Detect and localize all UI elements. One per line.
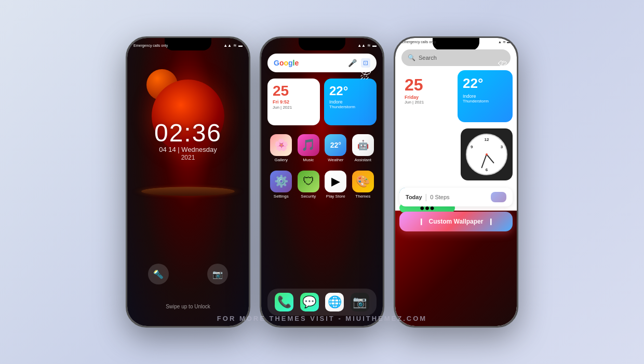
phone-icon: 📞 (275, 293, 293, 311)
assistant-label: Assistant (355, 158, 371, 162)
battery-icon: ▬ (238, 43, 243, 48)
app-grid: 🌸 Gallery 🎵 Music 22° Weather 🤖 (267, 134, 377, 207)
cal-month: Jun | 2021 (273, 105, 315, 110)
weather-widget: 22° ⛈ Indore Thunderstorm (324, 79, 377, 125)
weather-city: Indore (329, 99, 371, 105)
wallpaper-left-deco: ❙ (419, 218, 424, 225)
lock-date: 04 14 | Wednesday (127, 146, 249, 153)
phones-container: Emergency calls only ▲▲ ≋ ▬ 02:36 04 14 (126, 36, 518, 328)
p3-cal-day-name: Friday (405, 95, 419, 100)
p2-battery-icon: ▬ (372, 43, 377, 48)
wallpaper-label: Custom Wallpaper (429, 218, 484, 225)
dock-phone[interactable]: 📞 (275, 293, 293, 311)
clock-num-12: 12 (485, 137, 489, 142)
cal-day: Fri 9:52 (273, 99, 315, 105)
phone1-inner: Emergency calls only ▲▲ ≋ ▬ 02:36 04 14 (127, 38, 249, 326)
lock-time: 02:36 (127, 119, 249, 147)
music-label: Music (303, 158, 314, 162)
dock: 📞 💬 🌐 📷 (267, 289, 377, 316)
lock-icons-row: 🔦 📷 (127, 264, 249, 284)
p3-signal-icon: ▲ (498, 40, 502, 44)
search-icon: 🔍 (408, 54, 415, 61)
hour-hand (486, 154, 494, 163)
dock-chrome[interactable]: 🌐 (325, 293, 344, 311)
clock-num-3-pos: 3 (501, 144, 503, 149)
music-icon: 🎵 (298, 134, 319, 156)
wifi-icon: ≋ (233, 43, 237, 48)
camera-button[interactable]: 📷 (207, 264, 228, 284)
phone-widgetscreen: Emergency calls only ▲ ≋ ▬ 🔍 Search 25 (394, 36, 518, 328)
watermark: FOR MORE THEMES VISIT - MIUITHEMEZ.COM (217, 315, 427, 322)
app-music[interactable]: 🎵 Music (298, 134, 319, 162)
p3-cal-month: Jun | 2021 (405, 100, 449, 105)
wallpaper-right-deco: ❙ (488, 218, 493, 225)
search-bar[interactable]: 🔍 Search (401, 49, 511, 66)
center-dot (486, 153, 488, 155)
chrome-icon: 🌐 (325, 293, 344, 311)
p3-weather-temp: 22° (463, 75, 483, 92)
app-themes[interactable]: 🎨 Themes (352, 171, 374, 199)
flashlight-icon: 🔦 (153, 269, 164, 279)
sphere-disc (141, 187, 235, 196)
widget-row: 25 Fri 9:52 Jun | 2021 22° ⛈ Indore (267, 79, 377, 125)
phone1-status-bar: Emergency calls only ▲▲ ≋ ▬ (127, 40, 249, 50)
security-label: Security (301, 194, 316, 199)
calendar-widget: 25 Fri 9:52 Jun | 2021 (267, 79, 320, 125)
p3-cal-date: 25 (405, 75, 449, 95)
weather-app-icon: 22° (325, 134, 346, 156)
p3-wifi-icon: ≋ (503, 40, 506, 44)
security-icon: 🛡 (298, 171, 319, 192)
lock-year: 2021 (127, 154, 249, 161)
dock-camera[interactable]: 📷 (351, 293, 369, 311)
phone-lockscreen: Emergency calls only ▲▲ ≋ ▬ 02:36 04 14 (126, 36, 250, 328)
phone-homescreen: · ▲▲ ≋ ▬ Google 🎤 ⊡ (260, 36, 384, 328)
app-weather[interactable]: 22° Weather (325, 134, 346, 162)
app-playstore[interactable]: ▶ Play Store (325, 171, 346, 199)
steps-decoration (491, 192, 506, 202)
emergency-text: Emergency calls only (133, 44, 168, 47)
app-assistant[interactable]: 🤖 Assistant (352, 134, 374, 162)
p2-signal-icon: ▲▲ (357, 43, 366, 48)
phone3-status-bar: Emergency calls only ▲ ≋ ▬ (395, 40, 517, 44)
messages-icon: 💬 (300, 293, 319, 311)
settings-icon: ⚙️ (270, 171, 292, 192)
p3-weather-widget: 22° ⛈ Indore Thunderstorm (458, 70, 513, 122)
weather-temp: 22° (329, 84, 348, 98)
clock-face: 12 3 6 9 (466, 134, 507, 175)
app-settings[interactable]: ⚙️ Settings (270, 171, 292, 199)
p2-wifi-icon: ≋ (367, 43, 371, 48)
p3-battery-icon: ▬ (507, 40, 511, 44)
cal-time: 9:52 (280, 99, 289, 105)
custom-wallpaper-button[interactable]: ❙ Custom Wallpaper ❙ (399, 212, 513, 231)
minute-hand (481, 154, 487, 168)
cal-date: 25 (273, 84, 315, 98)
app-security[interactable]: 🛡 Security (298, 171, 319, 199)
status-icons: ▲▲ ≋ ▬ (223, 43, 243, 48)
weather-label: Weather (328, 158, 343, 162)
flashlight-button[interactable]: 🔦 (148, 264, 169, 284)
p3-status-icons: ▲ ≋ ▬ (498, 40, 511, 44)
p3-emergency-text: Emergency calls only (401, 40, 436, 44)
weather-icon: ⛈ (360, 68, 371, 82)
p3-cal-day: Friday (405, 95, 449, 100)
settings-label: Settings (274, 194, 289, 199)
p2-status-icons: ▲▲ ≋ ▬ (357, 43, 377, 48)
google-mic-icon[interactable]: 🎤 (348, 59, 357, 67)
steps-widget: Today | 0 Steps (399, 188, 513, 206)
cal-day-name: Fri (273, 99, 279, 105)
gallery-icon: 🌸 (270, 134, 292, 156)
weather-condition: Thunderstorm (329, 105, 371, 109)
clock-widget: 12 3 6 9 (461, 128, 513, 180)
app-gallery[interactable]: 🌸 Gallery (270, 134, 292, 162)
dock-messages[interactable]: 💬 (300, 293, 319, 311)
phone2-inner: · ▲▲ ≋ ▬ Google 🎤 ⊡ (261, 38, 383, 326)
google-lens-icon[interactable]: ⊡ (361, 58, 370, 68)
playstore-icon: ▶ (325, 171, 346, 192)
homescreen-bg: · ▲▲ ≋ ▬ Google 🎤 ⊡ (261, 38, 383, 326)
p3-weather-icon: ⛈ (497, 60, 507, 72)
p3-weather-condition: Thunderstorm (463, 99, 507, 103)
app-row-1: 🌸 Gallery 🎵 Music 22° Weather 🤖 (267, 134, 377, 162)
phone3-inner: Emergency calls only ▲ ≋ ▬ 🔍 Search 25 (395, 38, 517, 326)
lockscreen-bg: Emergency calls only ▲▲ ≋ ▬ 02:36 04 14 (127, 38, 249, 326)
p3-calendar-widget: 25 Friday Jun | 2021 (399, 70, 454, 122)
